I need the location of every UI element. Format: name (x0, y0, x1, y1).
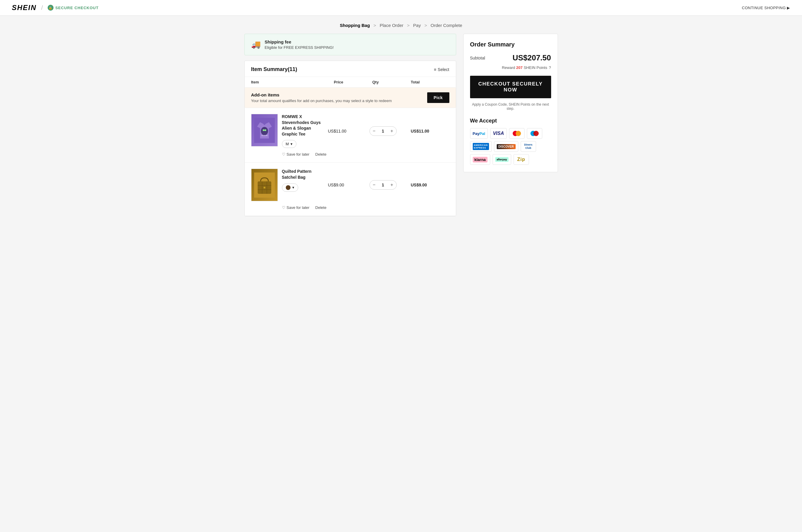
column-headers: Item Price Qty Total (245, 77, 456, 88)
reward-prefix: Reward (502, 65, 515, 70)
color-select-2[interactable]: ▾ (282, 184, 298, 192)
reward-row: Reward 207 SHEIN Points ? (470, 65, 551, 70)
breadcrumb-sep-2: > (407, 23, 410, 28)
delete-1[interactable]: Delete (316, 152, 327, 156)
svg-point-2 (261, 127, 268, 135)
product-info-1: SLOGAN ROMWE X Stevenrhodes Guys Alien &… (251, 114, 325, 148)
subtotal-row: Subtotal US$207.50 (470, 53, 551, 62)
visa-text: VISA (493, 131, 504, 136)
payment-logos: PayPal VISA (470, 128, 551, 165)
lock-icon: 🔒 (47, 5, 54, 11)
svg-point-12 (264, 187, 265, 189)
continue-shopping-link[interactable]: CONTINUE SHOPPING ▶ (742, 6, 790, 10)
product-info-2: Quilted Pattern Satchel Bag ▾ (251, 169, 325, 201)
pick-button[interactable]: Pick (427, 92, 450, 103)
order-summary-box: Order Summary Subtotal US$207.50 Reward … (463, 34, 558, 172)
price-1: US$11.00 (328, 129, 366, 133)
checkout-button[interactable]: CHECKOUT SECURELY NOW (470, 76, 551, 98)
product-actions-1: ♡ Save for later Delete (251, 152, 450, 156)
item-summary-header: Item Summary(11) ≡ Select (245, 61, 456, 77)
maestro-logo (527, 128, 542, 139)
secure-checkout-label: SECURE CHECKOUT (55, 6, 98, 10)
product-row-2: Quilted Pattern Satchel Bag ▾ US$9.00 − … (251, 169, 450, 201)
order-summary-title: Order Summary (470, 41, 551, 48)
product-image-2[interactable] (251, 169, 278, 201)
reward-suffix: SHEIN Points (523, 65, 547, 70)
addon-description: Your total amount qualifies for add on p… (251, 98, 392, 103)
afterpay-logo: afterpay (493, 154, 511, 165)
col-item: Item (251, 80, 334, 84)
breadcrumb-sep-1: > (374, 23, 376, 28)
qty-increase-2[interactable]: + (387, 180, 396, 189)
amex-logo: AMERICANEXPRESS (470, 141, 492, 152)
product-name-1: ROMWE X Stevenrhodes Guys Alien & Slogan… (282, 114, 325, 137)
product-actions-2: ♡ Save for later Delete (251, 205, 450, 210)
we-accept-section: We Accept PayPal VISA (470, 118, 551, 165)
shein-logo: SHEIN (12, 3, 36, 12)
header-divider: / (41, 4, 43, 11)
coupon-note: Apply a Coupon Code, SHEIN Points on the… (470, 102, 551, 111)
breadcrumb-step-1[interactable]: Shopping Bag (340, 23, 370, 28)
breadcrumb-step-3[interactable]: Pay (413, 23, 421, 28)
qty-control-2: − 1 + (369, 180, 397, 190)
main-content: 🚚 Shipping fee Eligible for FREE EXPRESS… (238, 34, 564, 228)
qty-decrease-1[interactable]: − (370, 127, 379, 135)
addon-banner: Add-on items Your total amount qualifies… (245, 88, 456, 108)
size-select-1[interactable]: M ▾ (282, 140, 297, 148)
shipping-text: Shipping fee Eligible for FREE EXPRESS S… (265, 39, 334, 50)
diners-logo: DinersClub (521, 141, 536, 152)
header-left: SHEIN / 🔒 SECURE CHECKOUT (12, 3, 98, 12)
select-button[interactable]: ≡ Select (434, 67, 449, 72)
svg-point-4 (265, 129, 266, 131)
shipping-banner: 🚚 Shipping fee Eligible for FREE EXPRESS… (244, 34, 456, 55)
reward-info-icon[interactable]: ? (549, 65, 551, 70)
qty-value-2: 1 (379, 183, 387, 187)
breadcrumb: Shopping Bag > Place Order > Pay > Order… (0, 16, 802, 34)
secure-checkout-badge: 🔒 SECURE CHECKOUT (47, 5, 98, 11)
color-dot-2 (286, 185, 290, 190)
product-item-2: Quilted Pattern Satchel Bag ▾ US$9.00 − … (245, 163, 456, 216)
save-for-later-1[interactable]: ♡ Save for later (282, 152, 309, 156)
truck-icon: 🚚 (251, 40, 261, 49)
select-list-icon: ≡ (434, 67, 436, 72)
col-total: Total (411, 80, 450, 84)
left-column: 🚚 Shipping fee Eligible for FREE EXPRESS… (244, 34, 456, 216)
svg-point-3 (263, 129, 265, 131)
mastercard-logo (509, 128, 524, 139)
right-column: Order Summary Subtotal US$207.50 Reward … (463, 34, 558, 172)
reward-points: 207 (516, 65, 523, 70)
size-chevron-1: ▾ (290, 142, 292, 146)
paypal-logo: PayPal (470, 128, 488, 139)
col-qty: Qty (373, 80, 411, 84)
qty-value-1: 1 (379, 129, 387, 133)
breadcrumb-sep-3: > (424, 23, 427, 28)
heart-icon-2: ♡ (282, 205, 285, 210)
qty-control-1: − 1 + (369, 126, 397, 136)
addon-text: Add-on items Your total amount qualifies… (251, 92, 392, 103)
product-row-1: SLOGAN ROMWE X Stevenrhodes Guys Alien &… (251, 114, 450, 148)
price-2: US$9.00 (328, 183, 366, 187)
delete-2[interactable]: Delete (316, 205, 327, 210)
save-for-later-2[interactable]: ♡ Save for later (282, 205, 309, 210)
header: SHEIN / 🔒 SECURE CHECKOUT CONTINUE SHOPP… (0, 0, 802, 16)
col-price: Price (334, 80, 373, 84)
visa-logo: VISA (490, 128, 507, 139)
product-item-1: SLOGAN ROMWE X Stevenrhodes Guys Alien &… (245, 108, 456, 163)
heart-icon-1: ♡ (282, 152, 285, 156)
product-details-2: Quilted Pattern Satchel Bag ▾ (282, 169, 325, 191)
svg-text:SLOGAN: SLOGAN (261, 135, 267, 136)
qty-decrease-2[interactable]: − (370, 180, 379, 189)
subtotal-label: Subtotal (470, 56, 485, 60)
size-label-1: M (286, 142, 289, 146)
addon-title: Add-on items (251, 92, 392, 97)
color-chevron-2: ▾ (292, 185, 294, 190)
zip-logo: Zip (514, 154, 529, 165)
item-summary-title: Item Summary(11) (251, 66, 297, 73)
qty-increase-1[interactable]: + (387, 127, 396, 135)
subtotal-value: US$207.50 (512, 53, 551, 62)
breadcrumb-step-4[interactable]: Order Complete (431, 23, 462, 28)
total-2: US$9.00 (411, 183, 450, 187)
product-image-1[interactable]: SLOGAN (251, 114, 278, 147)
select-label: Select (438, 67, 450, 72)
breadcrumb-step-2[interactable]: Place Order (380, 23, 403, 28)
